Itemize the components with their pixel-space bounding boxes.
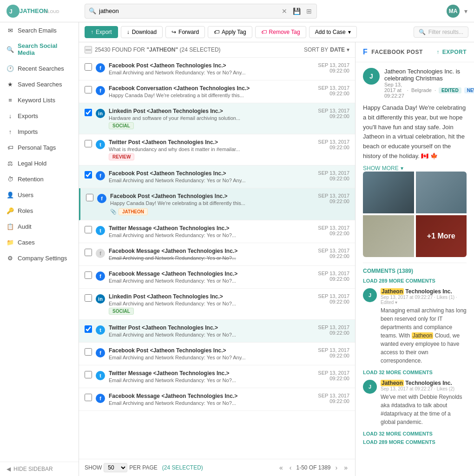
list-item[interactable]: f Facebook Message <Jatheon Technologies… [79, 266, 355, 289]
twitter-icon: t [96, 226, 105, 235]
item-body: Facebook Post <Jatheon Technologies Inc.… [110, 193, 314, 215]
post-image-4[interactable]: +1 More [416, 215, 467, 257]
load-289-top-button[interactable]: LOAD 289 MORE COMMENTS [363, 278, 467, 284]
next-page-button[interactable]: › [334, 463, 340, 472]
sidebar-item-personal-tags[interactable]: 🏷 Personal Tags [0, 139, 79, 155]
list-item[interactable]: f Facebook Post <Jatheon Technologies In… [79, 343, 355, 365]
roles-icon: 🔑 [7, 207, 14, 214]
item-checkbox[interactable] [85, 226, 92, 233]
toolbar: ↑ Export ↓ Download ↪ Forward 🏷 Apply Ta… [79, 22, 474, 42]
list-item[interactable]: in Linkedin Post <Jatheon Technologies I… [79, 289, 355, 320]
item-checkbox[interactable] [85, 271, 92, 279]
sidebar-item-retention[interactable]: ⏱ Retention [0, 171, 79, 187]
sidebar-item-keyword-lists[interactable]: ≡ Keyword Lists [0, 92, 79, 108]
sidebar-item-users[interactable]: 👤 Users [0, 187, 79, 203]
search-social-icon: 🔍 [7, 46, 14, 53]
item-checkbox[interactable] [85, 294, 92, 302]
item-checkbox[interactable] [86, 194, 93, 201]
item-checkbox[interactable] [85, 325, 92, 333]
download-icon: ↓ [127, 29, 130, 35]
item-body: Twitter Message <Jatheon Technologies In… [109, 370, 314, 383]
sidebar-item-exports[interactable]: ↓ Exports [0, 108, 79, 124]
filter-results-input[interactable]: 🔍 Filter results... [414, 26, 468, 38]
sidebar-item-search-emails[interactable]: ✉ Search Emails [0, 22, 79, 38]
item-body: Facebook Message <Jatheon Technologies I… [109, 393, 314, 406]
content-area: ↑ Export ↓ Download ↪ Forward 🏷 Apply Ta… [79, 22, 474, 476]
hide-sidebar-button[interactable]: ◀ HIDE SIDEBAR [0, 462, 79, 476]
list-item[interactable]: in Linkedin Post <Jatheon Technologies I… [79, 103, 355, 134]
sidebar-item-audit[interactable]: 📋 Audit [0, 218, 79, 234]
item-checkbox[interactable] [85, 86, 92, 93]
sidebar-item-company-settings[interactable]: ⚙ Company Settings [0, 250, 79, 266]
prev-page-button[interactable]: ‹ [288, 463, 294, 472]
twitter-icon: t [96, 371, 105, 380]
post-image-2[interactable] [416, 172, 467, 213]
apply-tag-button[interactable]: 🏷 Apply Tag [208, 26, 252, 38]
export-detail-icon: ↑ [436, 49, 440, 55]
sidebar-item-saved-searches[interactable]: ★ Saved Searches [0, 76, 79, 92]
remove-tag-icon: 🏷 [261, 29, 267, 35]
post-image-1[interactable] [363, 172, 414, 213]
detail-export-header: f FACEBOOK POST ↑ EXPORT [356, 42, 474, 62]
save-search-button[interactable]: 💾 [292, 7, 302, 16]
last-page-button[interactable]: » [342, 463, 349, 472]
clear-search-button[interactable]: ✕ [281, 7, 288, 16]
logo: J JATHEON CLOUD [6, 4, 85, 19]
per-page-select[interactable]: 50 25 100 [104, 463, 127, 472]
comment-meta: Sep 13, 2017 at 09:22:27 · Likes (2) [381, 386, 467, 391]
post-image-3[interactable] [363, 215, 414, 257]
sidebar-item-roles[interactable]: 🔑 Roles [0, 203, 79, 218]
item-checkbox[interactable] [85, 371, 92, 378]
show-more-button[interactable]: SHOW MORE ▾ [363, 165, 467, 172]
comment-meta: Sep 13, 2017 at 09:22:27 · Likes (1) · E… [381, 295, 467, 305]
list-item[interactable]: f Facebook Conversation <Jatheon Technol… [79, 80, 355, 103]
forward-icon: ↪ [171, 29, 176, 35]
add-to-case-chevron-icon: ▾ [348, 29, 351, 35]
list-item[interactable]: f Facebook Message <Jatheon Technologies… [79, 243, 355, 266]
search-options-button[interactable]: ⊞ [305, 7, 313, 16]
sidebar-item-recent-searches[interactable]: 🕐 Recent Searches [0, 60, 79, 76]
item-checkbox[interactable] [85, 140, 92, 147]
post-body: Happy Canada Day! We're celebrating a bi… [363, 103, 467, 161]
add-to-case-button[interactable]: Add to Case ▾ [309, 26, 357, 38]
audit-icon: 📋 [7, 223, 14, 230]
search-input[interactable] [99, 7, 281, 14]
item-date: SEP 13, 2017 09:22:00 [318, 139, 349, 150]
item-checkbox[interactable] [85, 171, 92, 178]
list-item[interactable]: f Facebook Post <Jatheon Technologies In… [79, 188, 355, 220]
item-checkbox[interactable] [85, 63, 92, 71]
user-menu-button[interactable]: ▾ [463, 7, 468, 16]
forward-button[interactable]: ↪ Forward [165, 26, 205, 38]
sidebar-item-legal-hold[interactable]: ⚖ Legal Hold [0, 155, 79, 171]
sidebar-item-imports[interactable]: ↑ Imports [0, 124, 79, 139]
list-item[interactable]: t Twitter Post <Jatheon Technologies Inc… [79, 320, 355, 343]
item-checkbox[interactable] [85, 348, 92, 356]
sidebar-item-cases[interactable]: 📁 Cases [0, 234, 79, 250]
list-item[interactable]: t Twitter Post <Jatheon Technologies Inc… [79, 134, 355, 165]
svg-point-0 [7, 5, 20, 18]
user-avatar[interactable]: MA [447, 5, 460, 18]
download-button[interactable]: ↓ Download [121, 26, 163, 38]
select-all-checkbox[interactable]: — [85, 46, 92, 53]
export-button[interactable]: ↑ Export [85, 26, 118, 38]
load-32-middle-button[interactable]: LOAD 32 MORE COMMENTS [363, 370, 467, 375]
item-checkbox[interactable] [85, 249, 92, 256]
list-header: — 25430 FOUND FOR "JATHEON" (24 SELECTED… [79, 42, 355, 58]
remove-tag-button[interactable]: 🏷 Remove Tag [255, 26, 306, 38]
first-page-button[interactable]: « [277, 463, 285, 472]
list-item[interactable]: f Facebook Post <Jatheon Technologies In… [79, 58, 355, 80]
list-item[interactable]: f Facebook Message <Jatheon Technologies… [79, 388, 355, 411]
new-badge: NEW [464, 87, 474, 93]
sort-by[interactable]: SORT BY DATE ▾ [304, 46, 349, 53]
item-date: SEP 13, 2017 09:22:00 [318, 370, 349, 381]
list-item[interactable]: t Twitter Message <Jatheon Technologies … [79, 220, 355, 243]
results-count: 25430 FOUND FOR "JATHEON" (24 SELECTED) [95, 46, 221, 53]
item-checkbox[interactable] [85, 394, 92, 401]
item-checkbox[interactable] [85, 109, 92, 116]
load-32-bottom-button[interactable]: LOAD 32 MORE COMMENTS [363, 431, 467, 436]
sidebar-item-search-social[interactable]: 🔍 Search Social Media [0, 38, 79, 60]
export-icon: ↑ [91, 29, 93, 35]
list-item[interactable]: t Twitter Message <Jatheon Technologies … [79, 365, 355, 388]
list-item[interactable]: f Facebook Post <Jatheon Technologies In… [79, 165, 355, 188]
load-289-bottom-button[interactable]: LOAD 289 MORE COMMENTS [363, 439, 467, 445]
